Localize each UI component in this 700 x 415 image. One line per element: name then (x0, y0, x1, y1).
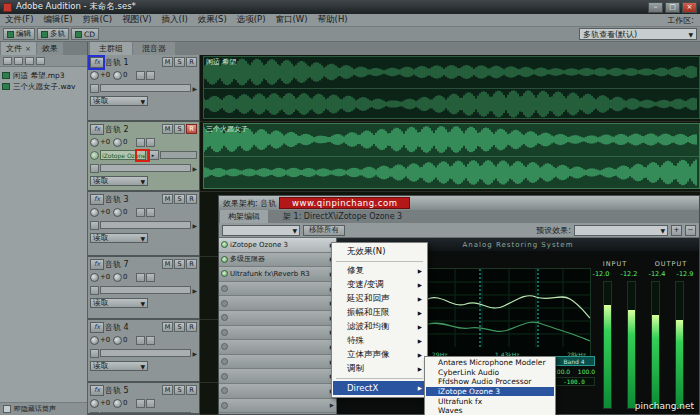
pan-knob[interactable] (113, 71, 122, 80)
power-icon[interactable] (221, 314, 228, 321)
stepper-icon[interactable] (146, 336, 155, 345)
stepper-icon[interactable] (136, 273, 145, 282)
stepper-icon[interactable] (136, 208, 145, 217)
context-menu-item[interactable]: 立体声声像▶ (333, 348, 426, 362)
record-arm-button[interactable]: R (186, 322, 197, 332)
solo-button[interactable]: S (174, 194, 185, 204)
effect-slot[interactable]: ▶ (219, 326, 336, 341)
power-icon[interactable] (221, 241, 228, 248)
trash-icon[interactable] (36, 57, 45, 65)
stepper-icon[interactable] (136, 399, 145, 408)
save-preset-button[interactable]: + (671, 225, 682, 236)
power-icon[interactable] (221, 256, 228, 263)
mute-button[interactable]: M (162, 322, 173, 332)
menu-item[interactable]: 插入(I) (157, 14, 193, 26)
solo-button[interactable]: S (174, 124, 185, 134)
pan-knob[interactable] (113, 273, 122, 282)
mute-button[interactable]: M (162, 194, 173, 204)
fx-chip-icon[interactable]: fx (90, 194, 104, 205)
close-icon[interactable]: × (25, 45, 31, 53)
power-icon[interactable] (221, 358, 228, 365)
volume-knob[interactable] (90, 273, 99, 282)
workspace-dropdown[interactable]: 多轨查看(默认) ▼ (579, 28, 697, 40)
close-button[interactable]: × (682, 2, 697, 13)
automation-mode-dropdown[interactable]: 读取▼ (90, 233, 148, 243)
stepper-icon[interactable] (146, 399, 155, 408)
open-folder-icon[interactable] (14, 57, 23, 65)
fx-chip-icon[interactable]: fx (90, 322, 104, 333)
menu-item[interactable]: 选项(P) (232, 14, 271, 26)
submenu-item[interactable]: Waves (426, 406, 554, 415)
power-icon[interactable] (221, 329, 228, 336)
record-arm-button[interactable]: R (186, 57, 197, 67)
stepper-icon[interactable] (146, 273, 155, 282)
submenu-item[interactable]: iZotope Ozone 3 (426, 387, 554, 397)
track-name[interactable]: 音轨 1 (105, 57, 161, 68)
context-menu-item[interactable]: 振幅和压限▶ (333, 306, 426, 320)
track-fx-slot[interactable]: iZotope Ozone 3 (100, 150, 146, 160)
solo-button[interactable]: S (174, 57, 185, 67)
fx-power-icon[interactable] (90, 151, 99, 160)
submenu-item[interactable]: Ffdshow Audio Processor (426, 377, 554, 387)
record-arm-button[interactable]: R (186, 385, 197, 395)
volume-knob[interactable] (90, 399, 99, 408)
power-icon[interactable] (221, 270, 228, 277)
list-item[interactable]: 三个火愿女子.wav (2, 81, 85, 92)
fx-chip-icon[interactable]: fx (90, 259, 104, 270)
output-bus-selector[interactable] (100, 164, 191, 172)
pan-knob[interactable] (113, 336, 122, 345)
menu-item[interactable]: 文件(F) (0, 14, 39, 26)
fx-slot-arrow-button[interactable]: ▸ (147, 150, 159, 160)
automation-mode-dropdown[interactable]: 读取▼ (90, 96, 148, 106)
output-bus-selector[interactable] (100, 286, 191, 294)
track-name[interactable]: 音轨 4 (105, 322, 161, 333)
effect-slot[interactable]: ▶ (219, 296, 336, 311)
context-menu-item[interactable]: 修复▶ (333, 264, 426, 278)
context-menu-item[interactable]: 调制▶ (333, 362, 426, 376)
stepper-icon[interactable] (136, 71, 145, 80)
audio-clip[interactable]: 三个火愿女子 (203, 123, 700, 189)
power-icon[interactable] (221, 387, 228, 394)
mute-button[interactable]: M (162, 124, 173, 134)
tab-rack-edit[interactable]: 构架编辑 (220, 210, 268, 223)
solo-button[interactable]: S (174, 322, 185, 332)
power-icon[interactable] (221, 285, 228, 292)
automation-mode-dropdown[interactable]: 读取▼ (90, 176, 148, 186)
pan-knob[interactable] (113, 138, 122, 147)
media-browser-icon[interactable] (25, 57, 34, 65)
context-menu-item[interactable]: 特殊▶ (333, 334, 426, 348)
stepper-icon[interactable] (146, 208, 155, 217)
effect-slot[interactable]: ▶ (219, 369, 336, 384)
fx-chip-icon[interactable]: fx (90, 385, 104, 396)
view-switch-button[interactable]: 编辑 (3, 28, 35, 40)
context-menu-item[interactable]: 变速/变调▶ (333, 278, 426, 292)
record-arm-button[interactable]: R (186, 124, 197, 134)
record-arm-button[interactable]: R (186, 259, 197, 269)
track-name[interactable]: 音轨 5 (105, 385, 161, 396)
preset-effects-dropdown[interactable]: ▼ (574, 225, 668, 236)
checkbox-icon[interactable] (3, 405, 11, 413)
effect-slot[interactable]: Ultrafunk fx\Reverb R3▶ (219, 267, 336, 282)
stepper-icon[interactable] (146, 138, 155, 147)
preset-dropdown[interactable]: ▼ (222, 225, 300, 236)
power-icon[interactable] (221, 300, 228, 307)
solo-button[interactable]: S (174, 259, 185, 269)
menu-item[interactable]: 效果(S) (193, 14, 232, 26)
record-arm-button[interactable]: R (186, 194, 197, 204)
fx-fader[interactable] (160, 151, 197, 159)
automation-mode-dropdown[interactable]: 读取▼ (90, 298, 148, 308)
track-lane[interactable]: 三个火愿女子 (200, 122, 700, 192)
mute-button[interactable]: M (162, 259, 173, 269)
effect-slot[interactable]: ▶ (219, 311, 336, 326)
effect-slot[interactable]: ▶ (219, 282, 336, 297)
effect-slot[interactable]: ▶ (219, 399, 336, 414)
automation-mode-dropdown[interactable]: 读取▼ (90, 361, 148, 371)
power-icon[interactable] (221, 343, 228, 350)
maximize-button[interactable]: □ (665, 2, 680, 13)
effect-slot[interactable]: 多级压限器▶ (219, 253, 336, 268)
fx-chip-icon[interactable]: fx (90, 57, 104, 68)
tab-mixer[interactable]: 混音器 (133, 42, 175, 55)
tab-main-group[interactable]: 主群组 (90, 42, 132, 55)
list-item[interactable]: 闲适 希望.mp3 (2, 70, 85, 81)
menu-item[interactable]: 窗口(W) (271, 14, 313, 26)
